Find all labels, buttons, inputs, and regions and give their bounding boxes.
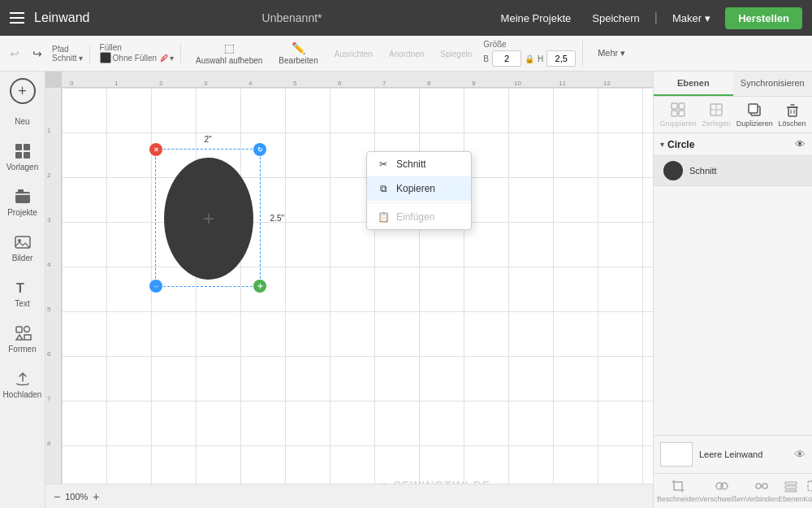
context-menu: ✂ Schnitt ⧉ Kopieren 📋 Einfügen [366, 151, 472, 230]
pfad-group: Pfad Schnitt ▾ [52, 45, 90, 63]
zoom-in-button[interactable]: + [93, 490, 99, 503]
verschweissen-button[interactable]: Verschweißen [699, 479, 745, 503]
kontur-button[interactable]: Kontu [803, 479, 812, 503]
hamburger-menu[interactable] [10, 12, 24, 24]
svg-rect-16 [679, 111, 685, 116]
height-input[interactable] [546, 50, 576, 67]
sidebar-item-neu[interactable]: Neu [3, 111, 42, 132]
ebenen-icon [784, 479, 798, 493]
herstellen-button[interactable]: Herstellen [725, 7, 802, 29]
fuellen-label: Füllen [100, 43, 174, 52]
redo-button[interactable]: ↪ [29, 46, 45, 62]
canvas-preview-eye-icon[interactable]: 👁 [794, 448, 806, 461]
canvas-preview: Leere Leinwand 👁 [654, 436, 812, 474]
canvas-grid: 2" 2.5" + ✕ ↻ ↔ ✛ [62, 88, 653, 508]
sidebar-item-vorlagen[interactable]: Vorlagen [3, 136, 42, 178]
svg-marker-11 [16, 335, 23, 340]
right-panel-bottom: Leere Leinwand 👁 Beschneiden Versc [654, 435, 812, 508]
ruler-vertical: 1 2 3 4 5 6 7 8 9 [45, 88, 62, 508]
doc-title: Unbenannt* [100, 11, 485, 24]
gruppieren-button[interactable]: Gruppieren [659, 102, 696, 128]
undo-button[interactable]: ↩ [6, 46, 23, 62]
app-title: Leinwand [34, 11, 90, 25]
svg-rect-32 [785, 486, 797, 488]
layer-collapse-arrow[interactable]: ▾ [660, 140, 664, 149]
svg-rect-3 [24, 152, 30, 158]
layer-thumbnail [663, 161, 683, 180]
panel-actions: Gruppieren Zerlegen Duplizieren [654, 97, 812, 133]
svg-point-10 [24, 327, 29, 332]
right-panel-tabs: Ebenen Synchronisieren [654, 72, 812, 97]
zoom-bar: − 100% + [45, 484, 653, 508]
canvas-area[interactable]: 0 1 2 3 4 5 6 7 8 9 10 11 12 1 2 3 4 5 [45, 72, 653, 508]
layer-item-label: Schnitt [689, 166, 717, 176]
svg-rect-14 [679, 103, 685, 109]
zerlegen-button[interactable]: Zerlegen [702, 102, 731, 128]
projekte-icon [14, 188, 32, 206]
spiegeln-button[interactable]: Spiegeln [435, 47, 477, 60]
svg-rect-5 [18, 189, 24, 193]
tab-synchronisieren[interactable]: Synchronisieren [733, 72, 813, 96]
sidebar-item-bilder[interactable]: Bilder [3, 227, 42, 269]
dim-label-width: 2" [204, 135, 211, 144]
sidebar-item-formen[interactable]: Formen [3, 318, 42, 360]
kopieren-icon: ⧉ [377, 182, 390, 195]
left-sidebar: + Neu Vorlagen Projekte [0, 72, 45, 508]
bearbeiten-button[interactable]: ✏️ Bearbeiten [274, 40, 322, 67]
pfad-select[interactable]: Schnitt ▾ [52, 54, 83, 63]
mehr-button[interactable]: Mehr ▾ [593, 46, 630, 60]
svg-rect-2 [15, 152, 22, 158]
verbinden-button[interactable]: Verbinden [745, 479, 779, 503]
width-input[interactable] [492, 50, 521, 67]
svg-rect-15 [672, 111, 677, 116]
layer-item-schnitt[interactable]: Schnitt [654, 156, 812, 186]
ruler-horizontal: 0 1 2 3 4 5 6 7 8 9 10 11 12 [62, 72, 653, 88]
ellipse-shape[interactable]: + [164, 158, 253, 280]
top-nav-right: Meine Projekte Speichern | Maker ▾ Herst… [495, 7, 802, 29]
auswahl-aufheben-button[interactable]: ⬚ Auswahl aufheben [191, 40, 267, 67]
handle-top-left[interactable]: ✕ [149, 143, 162, 156]
ebenen-button[interactable]: Ebenen [778, 479, 803, 503]
handle-top-right[interactable]: ↻ [253, 143, 266, 156]
right-panel: Ebenen Synchronisieren Gruppieren [653, 72, 812, 508]
svg-rect-9 [16, 327, 22, 332]
duplizieren-button[interactable]: Duplizieren [736, 102, 773, 128]
toolbar: ↩ ↪ Pfad Schnitt ▾ Füllen Ohne Füllen 🖊 … [0, 36, 812, 72]
main-layout: + Neu Vorlagen Projekte [0, 72, 812, 508]
svg-rect-13 [672, 103, 677, 109]
context-menu-einfuegen[interactable]: 📋 Einfügen [367, 205, 471, 229]
speichern-button[interactable]: Speichern [585, 9, 646, 28]
shape-container[interactable]: 2" 2.5" + ✕ ↻ ↔ ✛ [155, 149, 261, 287]
maker-button[interactable]: Maker ▾ [666, 9, 717, 28]
handle-bottom-left[interactable]: ↔ [149, 280, 162, 293]
loeschen-button[interactable]: Löschen [779, 102, 806, 128]
context-menu-kopieren[interactable]: ⧉ Kopieren [367, 176, 471, 201]
handle-bottom-right[interactable]: ✛ [253, 280, 266, 293]
zoom-value: 100% [65, 492, 88, 501]
zoom-out-button[interactable]: − [54, 490, 60, 503]
top-navigation: Leinwand Unbenannt* Meine Projekte Speic… [0, 0, 812, 36]
beschneiden-icon [671, 479, 685, 493]
beschneiden-button[interactable]: Beschneiden [657, 479, 699, 503]
tab-ebenen[interactable]: Ebenen [654, 72, 733, 96]
meine-projekte-button[interactable]: Meine Projekte [495, 9, 578, 28]
color-swatch [100, 52, 111, 63]
sidebar-item-projekte[interactable]: Projekte [3, 181, 42, 224]
svg-rect-0 [15, 144, 22, 150]
groesse-group: Größe B 🔒 H [483, 40, 583, 67]
layer-visibility-icon[interactable]: 👁 [795, 138, 806, 150]
svg-rect-21 [749, 104, 758, 113]
ausrichten-button[interactable]: Ausrichten [330, 47, 378, 60]
svg-marker-12 [24, 335, 31, 340]
gruppieren-icon [670, 102, 686, 118]
verbinden-icon [754, 479, 769, 493]
sidebar-item-text[interactable]: T Text [3, 272, 42, 315]
context-menu-schnitt[interactable]: ✂ Schnitt [367, 152, 471, 176]
fuellen-select[interactable]: Ohne Füllen 🖊 ▾ [100, 52, 174, 63]
anordnen-button[interactable]: Anordnen [384, 47, 429, 60]
add-button[interactable]: + [10, 78, 36, 104]
loeschen-icon [784, 102, 801, 118]
sidebar-item-hochladen[interactable]: Hochladen [3, 363, 42, 406]
svg-rect-31 [785, 482, 797, 484]
formen-icon [14, 324, 32, 342]
